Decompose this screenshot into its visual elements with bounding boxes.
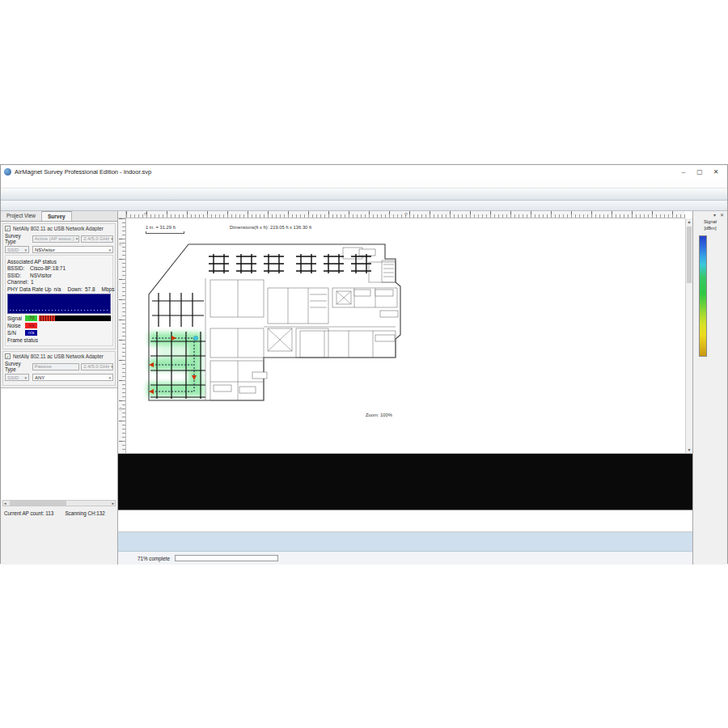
ruler-corner xyxy=(118,211,126,218)
adapter1-group: ✓ NetAlly 802.11 ac USB Network Adapter … xyxy=(2,223,116,349)
close-button[interactable]: ✕ xyxy=(708,166,724,179)
zoom-level-text: Zoom: 100% xyxy=(366,413,392,417)
band-select[interactable]: 2.4/5.0 GHz▾ xyxy=(81,235,113,243)
scale-line xyxy=(146,231,184,234)
signal-meter xyxy=(39,315,111,321)
interferer-table[interactable] xyxy=(118,510,692,532)
snr-badge: n/a xyxy=(25,330,37,336)
channel-value: 1 xyxy=(31,279,34,285)
noise-label: Noise xyxy=(7,323,25,328)
ap-status-box: Associated AP status BSSID:Cisco-8F:18:7… xyxy=(5,255,113,346)
ap-count-text: Current AP count: 113 xyxy=(4,510,53,516)
scale-text: 1 in. = 31.29 ft xyxy=(146,225,176,230)
legend-title: Signal xyxy=(693,219,727,224)
floor-plan xyxy=(142,238,409,415)
tab-survey[interactable]: Survey xyxy=(42,211,72,221)
legend-unit: [dBm] xyxy=(693,226,727,231)
vertical-ruler: ◇◇ xyxy=(118,218,126,453)
canvas-vscrollbar[interactable]: ▲▼ xyxy=(685,218,692,453)
ap-list-table[interactable] xyxy=(1,387,117,500)
left-panel: Project View Survey ✓ NetAlly 802.11 ac … xyxy=(1,211,118,565)
snr-label: S/N xyxy=(7,330,25,336)
survey-type-select[interactable]: Active (AP assoc.)▾ xyxy=(32,235,80,243)
dimensions-text: Dimensions(ft x ft): 219.05 ft x 136.30 … xyxy=(230,225,311,230)
ssid-mode-select[interactable]: SSID▾ xyxy=(5,246,29,253)
adapter2-group: ✓ NetAlly 802.11 ac USB Network Adapter … xyxy=(2,351,116,386)
progress-label: 71% complete xyxy=(138,556,170,561)
survey-type-label: Survey Type xyxy=(5,233,32,244)
signal-label: Signal xyxy=(7,315,25,321)
ap-status-title: Associated AP status xyxy=(7,259,57,265)
page: AirMagnet Survey Professional Edition - … xyxy=(0,0,728,728)
outer-wall xyxy=(149,244,400,400)
survey-position-marker xyxy=(193,336,197,340)
band2-select[interactable]: 2.4/5.0 GHz▾ xyxy=(81,363,113,370)
survey-type2-select[interactable]: Passive xyxy=(32,363,80,370)
down-value: 57.8 xyxy=(85,286,95,292)
down-label: Down: xyxy=(67,286,82,292)
adapter2-name: NetAlly 802.11 ac USB Network Adapter xyxy=(13,353,104,359)
progress-bar xyxy=(175,555,278,561)
scanning-text: Scanning CH:132 xyxy=(65,510,104,516)
icon-toolbar xyxy=(1,201,727,211)
progress-band: 71% complete xyxy=(118,552,692,565)
bottom-panel xyxy=(118,532,692,552)
frame-status-label: Frame status xyxy=(7,337,38,343)
signal-legend-panel: ▾ ✕ Signal [dBm] xyxy=(692,211,727,565)
phy-label: PHY Data Rate Up xyxy=(7,286,51,292)
window-title: AirMagnet Survey Professional Edition - … xyxy=(15,168,675,176)
app-window: AirMagnet Survey Professional Edition - … xyxy=(0,164,728,564)
bssid-value: Cisco-8F:18:71 xyxy=(30,265,66,271)
minimize-button[interactable]: – xyxy=(675,166,692,179)
app-icon xyxy=(4,168,11,176)
title-bar: AirMagnet Survey Professional Edition - … xyxy=(1,165,727,179)
legend-close-button[interactable]: ✕ xyxy=(718,212,726,218)
noise-badge: n/a xyxy=(25,323,37,328)
spectrum-charts xyxy=(118,454,692,510)
channel-label: Channel: xyxy=(7,279,28,285)
adapter1-checkbox[interactable]: ✓ xyxy=(5,226,11,231)
ssid2-select[interactable]: ANY▾ xyxy=(32,374,113,381)
left-status-bar: Current AP count: 113 Scanning CH:132 xyxy=(1,510,117,516)
desk-rows-mid xyxy=(152,293,204,327)
menu-bar xyxy=(1,179,727,188)
phy-up-value: n/a xyxy=(53,286,61,292)
center-column: ◇◇ ◇◇ 1 in. = 31.29 ft Dimensions(ft x f… xyxy=(118,211,692,565)
canvas-body[interactable]: 1 in. = 31.29 ft Dimensions(ft x ft): 21… xyxy=(126,218,685,453)
ssid-mode2-select[interactable]: SSID▾ xyxy=(5,374,29,381)
bssid-label: BSSID: xyxy=(7,265,30,271)
ssid-value: NSVisitor xyxy=(30,273,52,278)
floor-plan-canvas[interactable]: ◇◇ ◇◇ 1 in. = 31.29 ft Dimensions(ft x f… xyxy=(118,211,692,454)
ap-table-hscrollbar[interactable]: ◂▸ xyxy=(2,500,116,506)
main-content: Project View Survey ✓ NetAlly 802.11 ac … xyxy=(1,211,727,565)
ssid-select[interactable]: NSVisitor▾ xyxy=(32,246,113,253)
tab-project-view[interactable]: Project View xyxy=(1,211,42,221)
legend-pin-button[interactable]: ▾ xyxy=(711,212,718,218)
horizontal-ruler: ◇◇ xyxy=(126,211,685,218)
rate-unit: Mbps xyxy=(102,286,115,292)
left-panel-tabs: Project View Survey xyxy=(1,211,117,222)
mode-tab-bar xyxy=(1,188,727,201)
legend-gradient-bar xyxy=(699,235,707,357)
adapter1-name: NetAlly 802.11 ac USB Network Adapter xyxy=(13,226,104,231)
survey-type-label2: Survey Type xyxy=(5,361,32,372)
ssid-label: SSID: xyxy=(7,273,30,278)
maximize-button[interactable]: ▢ xyxy=(692,166,708,179)
desk-clusters-top xyxy=(209,254,371,273)
signal-badge: -70 xyxy=(25,315,37,321)
signal-history-graph xyxy=(7,294,111,314)
adapter2-checkbox[interactable]: ✓ xyxy=(5,353,11,359)
